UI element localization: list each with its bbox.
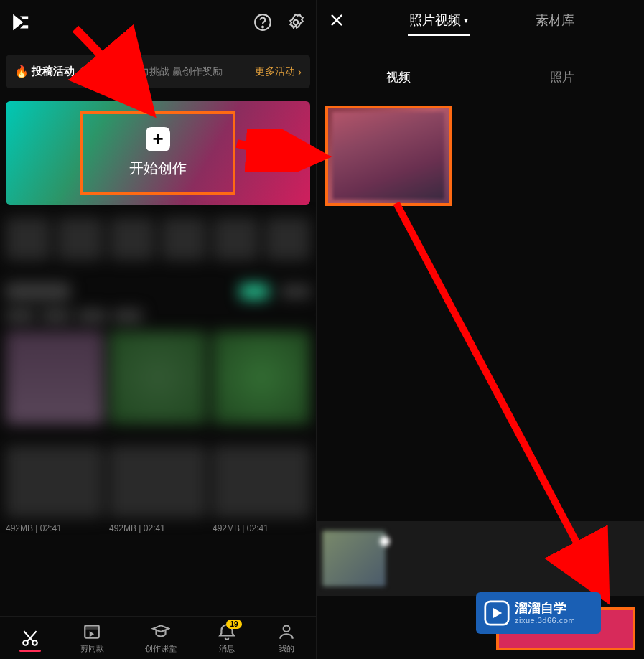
media-picker-screen: 照片视频 ▾ 素材库 视频 照片 [316, 0, 644, 659]
meta-1: 492MB | 02:41 [6, 523, 103, 533]
nav-templates-label: 剪同款 [80, 643, 104, 654]
media-subtabs: 视频 照片 [317, 62, 644, 93]
subtab-video[interactable]: 视频 [317, 62, 480, 93]
nav-profile-label: 我的 [279, 643, 294, 654]
watermark-title: 溜溜自学 [515, 601, 575, 617]
promo-text: 参与剪映超能力挑战 赢创作奖励 [79, 65, 255, 78]
chevron-down-icon: ▾ [464, 15, 468, 25]
plus-icon: + [146, 127, 170, 151]
promo-more-link[interactable]: 更多活动 [255, 65, 295, 78]
help-icon[interactable] [253, 12, 273, 32]
app-logo-icon [10, 11, 32, 33]
nav-cut[interactable] [21, 629, 39, 648]
watermark-badge: 溜溜自学 zixue.3d66.com [476, 592, 601, 634]
nav-messages[interactable]: 19 消息 [218, 622, 236, 654]
svg-point-2 [294, 20, 299, 25]
selected-thumb[interactable] [322, 531, 386, 586]
media-item-1[interactable] [325, 106, 452, 206]
subtab-photo[interactable]: 照片 [480, 62, 644, 93]
svg-point-7 [283, 625, 289, 632]
svg-point-4 [32, 640, 37, 645]
blurred-templates [6, 218, 310, 518]
app-header [0, 0, 316, 45]
meta-3: 492MB | 02:41 [213, 523, 310, 533]
svg-rect-6 [85, 625, 99, 628]
fire-icon: 🔥 [14, 65, 29, 78]
svg-point-3 [23, 640, 28, 645]
tab-photo-video[interactable]: 照片视频 ▾ [408, 3, 470, 37]
selection-strip [317, 521, 644, 596]
watermark-logo-icon [483, 599, 510, 627]
svg-point-1 [262, 27, 263, 28]
create-label: 开始创作 [129, 159, 187, 178]
promo-banner[interactable]: 🔥投稿活动 参与剪映超能力挑战 赢创作奖励 更多活动 › [6, 55, 310, 88]
nav-course[interactable]: 创作课堂 [145, 622, 177, 654]
close-button[interactable] [325, 9, 348, 32]
nav-templates[interactable]: 剪同款 [80, 622, 104, 654]
picker-header: 照片视频 ▾ 素材库 [317, 0, 644, 40]
tab-material-library[interactable]: 素材库 [534, 3, 576, 37]
nav-messages-label: 消息 [219, 643, 235, 654]
meta-2: 492MB | 02:41 [109, 523, 207, 533]
create-highlight: + 开始创作 [80, 111, 235, 195]
media-grid [317, 93, 644, 219]
chevron-right-icon: › [298, 65, 302, 78]
nav-messages-badge: 19 [226, 620, 241, 629]
project-meta-row: 492MB | 02:41 492MB | 02:41 492MB | 02:4… [6, 523, 310, 533]
watermark-url: zixue.3d66.com [515, 616, 575, 625]
nav-course-label: 创作课堂 [145, 643, 177, 654]
start-create-button[interactable]: + 开始创作 [6, 101, 310, 205]
settings-icon[interactable] [286, 12, 306, 32]
bottom-navigation: 剪同款 创作课堂 19 消息 我的 [0, 616, 316, 659]
app-home-screen: 🔥投稿活动 参与剪映超能力挑战 赢创作奖励 更多活动 › + 开始创作 [0, 0, 316, 659]
promo-badge: 投稿活动 [32, 65, 75, 78]
nav-profile[interactable]: 我的 [277, 622, 296, 654]
